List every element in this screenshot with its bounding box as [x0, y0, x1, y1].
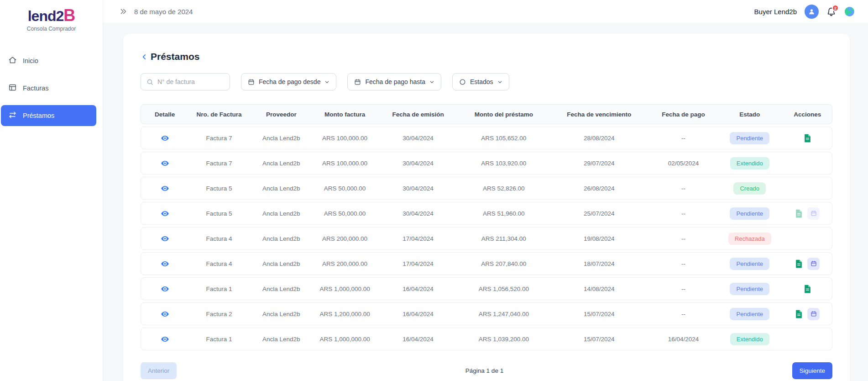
user-avatar[interactable] — [805, 5, 819, 19]
loans-table: DetalleNro. de FacturaProveedorMonto fac… — [141, 104, 832, 350]
provider-name: Ancla Lend2b — [250, 328, 313, 350]
status-badge: Rechazada — [728, 233, 771, 245]
invoice-amount: ARS 1,000,000.00 — [313, 328, 376, 350]
status-badge: Pendiente — [730, 308, 769, 320]
main-area: 8 de mayo de 2024 Buyer Lend2b 2 Préstam… — [103, 0, 868, 381]
invoice-amount: ARS 1,200,000.00 — [313, 303, 376, 325]
table-row: Factura 7 Ancla Lend2b ARS 100,000.00 30… — [141, 127, 832, 149]
loan-amount: ARS 1,056,520.00 — [460, 278, 548, 300]
actions-cell — [783, 152, 831, 174]
due-date: 15/07/2024 — [548, 328, 650, 350]
status-cell: Pendiente — [716, 253, 783, 275]
chevron-down-icon — [429, 79, 434, 85]
table-row: Factura 2 Ancla Lend2b ARS 1,200,000.00 … — [141, 302, 832, 325]
pagination: Anterior Página 1 de 1 Siguiente — [141, 362, 832, 379]
provider-name: Ancla Lend2b — [250, 152, 313, 174]
due-date: 18/07/2024 — [548, 253, 650, 275]
eye-icon[interactable] — [161, 259, 169, 268]
column-header: Monto factura — [313, 105, 376, 124]
status-badge: Pendiente — [730, 207, 769, 220]
detail-cell — [141, 177, 188, 199]
sidebar: lend2B Consola Comprador Inicio Facturas… — [0, 0, 103, 381]
due-date: 14/08/2024 — [548, 278, 650, 300]
loan-amount: ARS 105,652.00 — [460, 127, 548, 149]
document-action-icon[interactable] — [804, 285, 811, 293]
sidebar-collapse-icon[interactable] — [120, 8, 127, 15]
eye-icon[interactable] — [161, 209, 169, 218]
filter-date-to-button[interactable]: Fecha de pago hasta — [347, 73, 441, 90]
brand-logo[interactable]: lend2B — [4, 7, 99, 24]
column-header: Monto del préstamo — [460, 105, 548, 124]
sidebar-item-facturas[interactable]: Facturas — [1, 78, 96, 99]
page-info: Página 1 de 1 — [465, 367, 503, 374]
actions-cell — [783, 177, 831, 199]
invoice-number: Factura 1 — [188, 328, 249, 350]
provider-name: Ancla Lend2b — [250, 303, 313, 325]
next-page-button[interactable]: Siguiente — [792, 362, 832, 379]
table-row: Factura 4 Ancla Lend2b ARS 200,000.00 17… — [141, 227, 832, 250]
document-action-icon[interactable] — [795, 259, 803, 268]
column-header: Proveedor — [250, 105, 313, 124]
provider-name: Ancla Lend2b — [250, 127, 313, 149]
detail-cell — [141, 253, 188, 275]
sidebar-item-prestamos[interactable]: Préstamos — [1, 105, 96, 126]
provider-name: Ancla Lend2b — [250, 278, 313, 300]
invoice-amount: ARS 200,000.00 — [313, 228, 376, 249]
payment-date: 16/04/2024 — [650, 328, 716, 350]
eye-icon[interactable] — [161, 310, 169, 318]
search-input[interactable] — [157, 78, 224, 85]
calendar-action-icon[interactable] — [807, 258, 820, 270]
provider-name: Ancla Lend2b — [250, 228, 313, 249]
status-badge: Extendido — [730, 333, 769, 345]
status-cell: Pendiente — [716, 278, 783, 300]
document-action-icon[interactable] — [804, 134, 811, 143]
status-cell: Rechazada — [716, 228, 783, 249]
eye-icon[interactable] — [161, 134, 169, 143]
detail-cell — [141, 278, 188, 300]
status-badge: Pendiente — [730, 258, 769, 270]
actions-cell — [783, 303, 831, 325]
table-header-row: DetalleNro. de FacturaProveedorMonto fac… — [141, 104, 832, 124]
due-date: 28/08/2024 — [548, 127, 650, 149]
calendar-action-icon[interactable] — [807, 207, 820, 220]
filter-date-from-button[interactable]: Fecha de pago desde — [241, 73, 336, 90]
status-badge: Creado — [733, 182, 766, 195]
notifications-button[interactable]: 2 — [826, 7, 836, 16]
due-date: 15/07/2024 — [548, 303, 650, 325]
sidebar-item-inicio[interactable]: Inicio — [1, 50, 96, 71]
filter-states-button[interactable]: Estados — [452, 73, 509, 90]
brand-name-primary: lend2 — [28, 8, 64, 24]
sidebar-item-label: Facturas — [23, 85, 48, 92]
actions-cell — [783, 253, 831, 275]
calendar-action-icon[interactable] — [807, 308, 820, 320]
previous-page-button[interactable]: Anterior — [141, 362, 177, 379]
eye-icon[interactable] — [161, 184, 169, 193]
provider-name: Ancla Lend2b — [250, 253, 313, 275]
document-action-icon[interactable] — [795, 310, 803, 318]
issue-date: 17/04/2024 — [376, 228, 460, 249]
brand-subtitle: Consola Comprador — [4, 26, 99, 32]
column-header: Fecha de vencimiento — [548, 105, 650, 124]
eye-icon[interactable] — [161, 159, 169, 168]
invoice-amount: ARS 100,000.00 — [313, 127, 376, 149]
eye-icon[interactable] — [161, 285, 169, 293]
back-chevron-icon[interactable] — [141, 53, 148, 61]
filter-label: Estados — [470, 78, 493, 85]
notification-badge: 2 — [832, 5, 839, 11]
table-row: Factura 5 Ancla Lend2b ARS 50,000.00 30/… — [141, 177, 832, 200]
language-globe-icon[interactable] — [844, 6, 855, 17]
invoice-amount: ARS 200,000.00 — [313, 253, 376, 275]
status-badge: Extendido — [730, 157, 769, 169]
invoice-amount: ARS 50,000.00 — [313, 202, 376, 224]
eye-icon[interactable] — [161, 335, 169, 344]
eye-icon[interactable] — [161, 234, 169, 243]
chevron-down-icon — [497, 79, 502, 85]
column-header: Fecha de pago — [650, 105, 716, 124]
status-cell: Pendiente — [716, 303, 783, 325]
issue-date: 16/04/2024 — [376, 303, 460, 325]
document-action-icon[interactable] — [795, 209, 803, 218]
status-badge: Pendiente — [730, 283, 769, 295]
issue-date: 16/04/2024 — [376, 278, 460, 300]
filters-bar: Fecha de pago desde Fecha de pago hasta … — [141, 73, 832, 90]
invoice-search-field[interactable] — [141, 73, 230, 90]
